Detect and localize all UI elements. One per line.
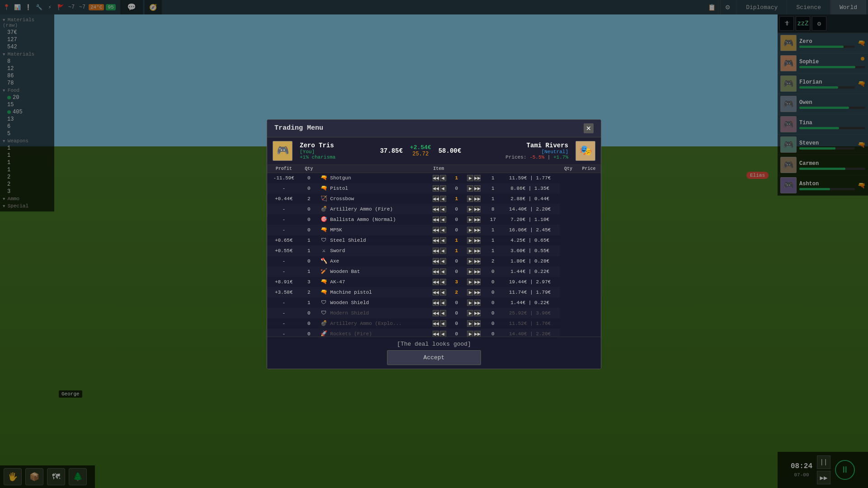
qty-prev-prev[interactable]: ◀◀ <box>433 300 439 306</box>
qty-controls-right[interactable]: ▶ ▶▶ <box>462 204 486 214</box>
qty-controls-left[interactable]: ◀◀ ◀ <box>427 193 451 204</box>
qty-prev[interactable]: ◀ <box>440 216 446 223</box>
qty-controls-left[interactable]: ◀◀ ◀ <box>427 318 451 328</box>
qty-controls-left[interactable]: ◀◀ ◀ <box>427 204 451 214</box>
qty-controls-right[interactable]: ▶ ▶▶ <box>462 297 486 308</box>
qty-next[interactable]: ▶ <box>467 248 473 254</box>
qty-prev[interactable]: ◀ <box>440 185 446 192</box>
qty-next[interactable]: ▶ <box>467 279 473 285</box>
qty-next[interactable]: ▶ <box>467 175 473 181</box>
qty-controls-right[interactable]: ▶ ▶▶ <box>462 256 486 266</box>
qty-next[interactable]: ▶ <box>467 331 473 337</box>
qty-next[interactable]: ▶ <box>467 258 473 264</box>
qty-next[interactable]: ▶ <box>467 320 473 327</box>
qty-next-next[interactable]: ▶▶ <box>474 289 481 296</box>
qty-prev[interactable]: ◀ <box>440 300 446 306</box>
qty-controls-left[interactable]: ◀◀ ◀ <box>427 297 451 308</box>
qty-next-next[interactable]: ▶▶ <box>474 237 481 244</box>
qty-controls-right[interactable]: ▶ ▶▶ <box>462 308 486 318</box>
qty-prev[interactable]: ◀ <box>440 196 446 202</box>
qty-controls-left[interactable]: ◀◀ ◀ <box>427 235 451 245</box>
qty-next[interactable]: ▶ <box>467 206 473 212</box>
qty-prev-prev[interactable]: ◀◀ <box>433 175 439 181</box>
qty-prev[interactable]: ◀ <box>440 248 446 254</box>
qty-next[interactable]: ▶ <box>467 300 473 306</box>
qty-controls-left[interactable]: ◀◀ ◀ <box>427 225 451 235</box>
qty-prev-prev[interactable]: ◀◀ <box>433 206 439 212</box>
qty-next-next[interactable]: ▶▶ <box>474 279 481 285</box>
qty-controls-left[interactable]: ◀◀ ◀ <box>427 277 451 287</box>
qty-prev[interactable]: ◀ <box>440 227 446 233</box>
qty-prev[interactable]: ◀ <box>440 289 446 296</box>
qty-controls-right[interactable]: ▶ ▶▶ <box>462 214 486 225</box>
qty-controls-left[interactable]: ◀◀ ◀ <box>427 287 451 297</box>
qty-next[interactable]: ▶ <box>467 185 473 192</box>
qty-controls-left[interactable]: ◀◀ ◀ <box>427 308 451 318</box>
qty-prev-prev[interactable]: ◀◀ <box>433 331 439 337</box>
qty-next-next[interactable]: ▶▶ <box>474 175 481 181</box>
qty-controls-left[interactable]: ◀◀ ◀ <box>427 183 451 193</box>
qty-next[interactable]: ▶ <box>467 237 473 244</box>
qty-next[interactable]: ▶ <box>467 268 473 275</box>
qty-controls-right[interactable]: ▶ ▶▶ <box>462 193 486 204</box>
qty-next[interactable]: ▶ <box>467 310 473 316</box>
qty-prev[interactable]: ◀ <box>440 237 446 244</box>
qty-prev-prev[interactable]: ◀◀ <box>433 237 439 244</box>
qty-prev[interactable]: ◀ <box>440 320 446 327</box>
accept-button[interactable]: Accept <box>387 350 481 365</box>
qty-next-next[interactable]: ▶▶ <box>474 216 481 223</box>
qty-next-next[interactable]: ▶▶ <box>474 258 481 264</box>
qty-controls-left[interactable]: ◀◀ ◀ <box>427 173 451 183</box>
qty-next-next[interactable]: ▶▶ <box>474 331 481 337</box>
qty-prev-prev[interactable]: ◀◀ <box>433 185 439 192</box>
qty-controls-left[interactable]: ◀◀ ◀ <box>427 245 451 256</box>
qty-controls-left[interactable]: ◀◀ ◀ <box>427 256 451 266</box>
qty-prev-prev[interactable]: ◀◀ <box>433 227 439 233</box>
qty-next-next[interactable]: ▶▶ <box>474 300 481 306</box>
qty-prev-prev[interactable]: ◀◀ <box>433 310 439 316</box>
qty-prev-prev[interactable]: ◀◀ <box>433 216 439 223</box>
qty-next-next[interactable]: ▶▶ <box>474 310 481 316</box>
qty-prev-prev[interactable]: ◀◀ <box>433 320 439 327</box>
qty-next[interactable]: ▶ <box>467 227 473 233</box>
qty-prev[interactable]: ◀ <box>440 206 446 212</box>
qty-controls-right[interactable]: ▶ ▶▶ <box>462 287 486 297</box>
qty-next[interactable]: ▶ <box>467 216 473 223</box>
qty-prev-prev[interactable]: ◀◀ <box>433 196 439 202</box>
qty-controls-left[interactable]: ◀◀ ◀ <box>427 214 451 225</box>
qty-prev-prev[interactable]: ◀◀ <box>433 279 439 285</box>
qty-controls-left[interactable]: ◀◀ ◀ <box>427 328 451 337</box>
close-button[interactable]: ✕ <box>584 123 594 133</box>
qty-controls-right[interactable]: ▶ ▶▶ <box>462 245 486 256</box>
qty-controls-right[interactable]: ▶ ▶▶ <box>462 318 486 328</box>
qty-prev[interactable]: ◀ <box>440 268 446 275</box>
qty-prev[interactable]: ◀ <box>440 331 446 337</box>
qty-next-next[interactable]: ▶▶ <box>474 248 481 254</box>
qty-next[interactable]: ▶ <box>467 196 473 202</box>
qty-controls-right[interactable]: ▶ ▶▶ <box>462 225 486 235</box>
right-qty: 8 <box>486 204 500 214</box>
qty-next-next[interactable]: ▶▶ <box>474 185 481 192</box>
qty-prev[interactable]: ◀ <box>440 258 446 264</box>
qty-prev[interactable]: ◀ <box>440 310 446 316</box>
qty-next[interactable]: ▶ <box>467 289 473 296</box>
qty-prev[interactable]: ◀ <box>440 279 446 285</box>
qty-prev-prev[interactable]: ◀◀ <box>433 258 439 264</box>
qty-prev-prev[interactable]: ◀◀ <box>433 289 439 296</box>
qty-next-next[interactable]: ▶▶ <box>474 206 481 212</box>
qty-prev-prev[interactable]: ◀◀ <box>433 248 439 254</box>
qty-next-next[interactable]: ▶▶ <box>474 320 481 327</box>
qty-controls-right[interactable]: ▶ ▶▶ <box>462 277 486 287</box>
qty-controls-right[interactable]: ▶ ▶▶ <box>462 183 486 193</box>
qty-prev-prev[interactable]: ◀◀ <box>433 268 439 275</box>
qty-controls-right[interactable]: ▶ ▶▶ <box>462 173 486 183</box>
trade-table-container[interactable]: Profit Qty Item Qty Price -11.59€ 0 🔫 Sh… <box>267 165 601 337</box>
qty-prev[interactable]: ◀ <box>440 175 446 181</box>
qty-controls-right[interactable]: ▶ ▶▶ <box>462 235 486 245</box>
qty-controls-left[interactable]: ◀◀ ◀ <box>427 266 451 277</box>
qty-next-next[interactable]: ▶▶ <box>474 227 481 233</box>
qty-controls-right[interactable]: ▶ ▶▶ <box>462 328 486 337</box>
qty-controls-right[interactable]: ▶ ▶▶ <box>462 266 486 277</box>
qty-next-next[interactable]: ▶▶ <box>474 196 481 202</box>
qty-next-next[interactable]: ▶▶ <box>474 268 481 275</box>
